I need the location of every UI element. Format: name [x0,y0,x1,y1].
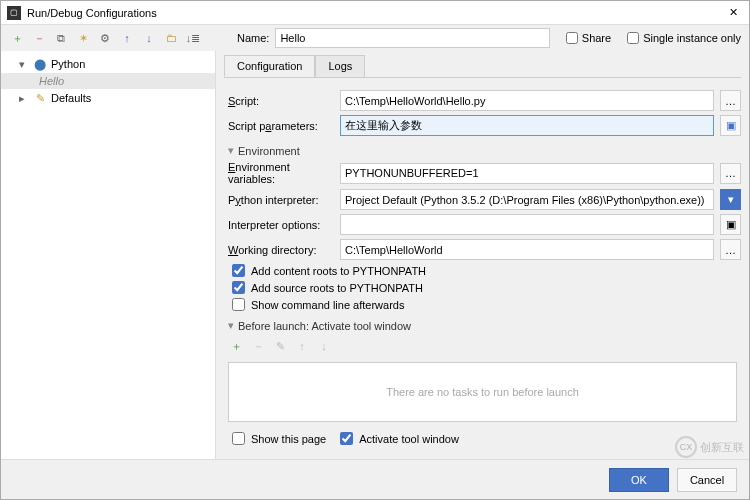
cancel-button[interactable]: Cancel [677,468,737,492]
script-input[interactable] [340,90,714,111]
tab-configuration[interactable]: Configuration [224,55,315,77]
watermark: CX 创新互联 [675,436,744,458]
chevron-down-icon: ▾ [19,58,29,71]
interpreter-label: Python interpreter: [224,194,334,206]
task-remove-icon[interactable]: － [250,338,266,354]
footer: OK Cancel [1,459,749,499]
browse-script-button[interactable]: … [720,90,741,111]
remove-icon[interactable]: － [31,30,47,46]
task-down-icon[interactable]: ↓ [316,338,332,354]
before-launch-section[interactable]: ▾Before launch: Activate tool window [228,319,737,332]
workdir-input[interactable] [340,239,714,260]
close-icon[interactable]: ✕ [723,6,743,19]
interp-opts-label: Interpreter options: [224,219,334,231]
wrench-icon: ✎ [33,91,47,105]
title-bar: ▢ Run/Debug Configurations ✕ [1,1,749,25]
app-icon: ▢ [7,6,21,20]
workdir-label: Working directory: [224,244,334,256]
down-icon[interactable]: ↓ [141,30,157,46]
script-label: Script: [224,95,334,107]
tab-logs[interactable]: Logs [315,55,365,77]
share-checkbox[interactable]: Share [566,32,611,44]
name-input[interactable] [275,28,549,48]
up-icon[interactable]: ↑ [119,30,135,46]
add-source-checkbox[interactable]: Add source roots to PYTHONPATH [232,281,741,294]
gear-icon[interactable]: ⚙ [97,30,113,46]
expand-params-button[interactable]: ▣ [720,115,741,136]
name-label: Name: [237,32,269,44]
envvars-input[interactable] [340,163,714,184]
task-add-icon[interactable]: ＋ [228,338,244,354]
params-label: Script parameters: [224,120,334,132]
activate-tool-checkbox[interactable]: Activate tool window [340,432,459,445]
task-up-icon[interactable]: ↑ [294,338,310,354]
copy-icon[interactable]: ⧉ [53,30,69,46]
config-tree: ▾ ⬤ Python Hello ▸ ✎ Defaults [1,51,216,459]
tasks-list: There are no tasks to run before launch [228,362,737,422]
add-icon[interactable]: ＋ [9,30,25,46]
tree-item-hello[interactable]: Hello [1,73,215,89]
params-input[interactable] [340,115,714,136]
add-content-checkbox[interactable]: Add content roots to PYTHONPATH [232,264,741,277]
environment-section[interactable]: ▾Environment [228,144,737,157]
workdir-browse-button[interactable]: … [720,239,741,260]
watermark-logo-icon: CX [675,436,697,458]
chevron-right-icon: ▸ [19,92,29,105]
toolbar: ＋ － ⧉ ✶ ⚙ ↑ ↓ 🗀 ↓≣ Name: Share Single in… [1,25,749,51]
window-title: Run/Debug Configurations [27,7,723,19]
python-icon: ⬤ [33,57,47,71]
ok-button[interactable]: OK [609,468,669,492]
task-edit-icon[interactable]: ✎ [272,338,288,354]
settings-icon[interactable]: ✶ [75,30,91,46]
envvars-label: Environment variables: [224,161,334,185]
interp-opts-more-button[interactable]: ▣ [720,214,741,235]
folder-icon[interactable]: 🗀 [163,30,179,46]
interpreter-dropdown[interactable]: ▾ [720,189,741,210]
envvars-more-button[interactable]: … [720,163,741,184]
single-instance-checkbox[interactable]: Single instance only [627,32,741,44]
sort-icon[interactable]: ↓≣ [185,30,201,46]
interpreter-input[interactable] [340,189,714,210]
tree-item-python[interactable]: ▾ ⬤ Python [1,55,215,73]
show-cmd-checkbox[interactable]: Show command line afterwards [232,298,741,311]
show-page-checkbox[interactable]: Show this page [232,432,326,445]
tree-item-defaults[interactable]: ▸ ✎ Defaults [1,89,215,107]
interp-opts-input[interactable] [340,214,714,235]
